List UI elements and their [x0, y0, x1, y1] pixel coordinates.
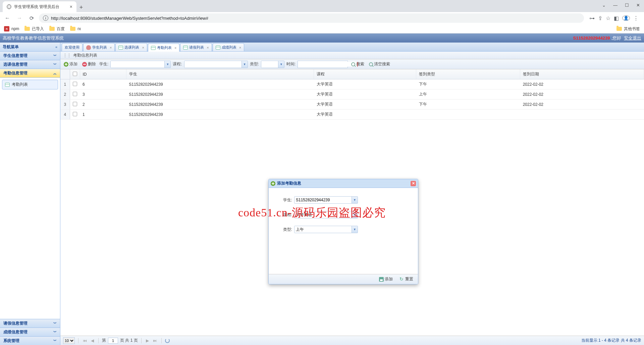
- url-text: http://localhost:8080/studentManagerWeb/…: [51, 16, 208, 21]
- page-input[interactable]: [108, 338, 118, 344]
- student-label: 学生:: [99, 61, 108, 67]
- type-filter[interactable]: ▼: [261, 61, 284, 68]
- sidebar-item-system[interactable]: 系统管理︾: [0, 336, 60, 345]
- clear-search-button[interactable]: 清空搜索: [368, 61, 391, 68]
- cell-date: 2022-02-02: [520, 99, 644, 110]
- key-icon[interactable]: ⊶: [589, 15, 595, 21]
- bookmark-imported[interactable]: 已导入: [24, 26, 44, 32]
- bookmark-rx[interactable]: rx: [70, 26, 81, 31]
- student-filter[interactable]: ▼: [110, 61, 171, 68]
- table-row[interactable]: 4 1 S11528202944239 大学英语: [60, 110, 644, 120]
- dialog-add-button[interactable]: 添加: [378, 276, 394, 283]
- sidebar-item-student[interactable]: 学生信息管理︾: [0, 52, 60, 60]
- table-row[interactable]: 3 2 S11528202944239 大学英语 下午 2022-02-02: [60, 99, 644, 110]
- chevron-down-icon[interactable]: ▼: [278, 61, 284, 68]
- course-filter[interactable]: ▼: [184, 61, 248, 68]
- row-checkbox[interactable]: [70, 79, 80, 89]
- forward-button[interactable]: →: [15, 13, 24, 23]
- prev-page-button[interactable]: ◀: [90, 338, 95, 343]
- collapse-icon[interactable]: «: [55, 45, 57, 49]
- cell-id: 6: [80, 79, 126, 89]
- profile-icon[interactable]: 👤: [622, 15, 630, 21]
- save-icon: [379, 277, 384, 282]
- row-checkbox[interactable]: [70, 89, 80, 99]
- share-icon[interactable]: ⇪: [598, 15, 602, 21]
- add-button[interactable]: 添加: [62, 61, 79, 68]
- minus-icon: [82, 62, 87, 67]
- close-icon[interactable]: ×: [142, 46, 144, 50]
- bookmark-other[interactable]: 其他书签: [616, 26, 640, 32]
- tab-welcome[interactable]: 欢迎使用: [62, 43, 83, 51]
- bookmark-npm[interactable]: nnpm: [4, 26, 19, 31]
- form-type-select[interactable]: ▼: [294, 226, 358, 233]
- table-icon: [5, 83, 10, 87]
- first-page-button[interactable]: ⏮: [82, 338, 88, 343]
- cell-id: 2: [80, 99, 126, 110]
- close-icon[interactable]: ×: [207, 46, 209, 50]
- dialog-close-button[interactable]: ✕: [411, 181, 416, 186]
- window-dropdown-icon[interactable]: ⌄: [602, 3, 606, 8]
- reload-button[interactable]: ⟳: [27, 13, 36, 23]
- extensions-icon[interactable]: ◧: [614, 15, 619, 21]
- sidebar-leaf-attendance-list[interactable]: 考勤列表: [2, 80, 58, 89]
- sidebar-item-course[interactable]: 选课信息管理︾: [0, 60, 60, 69]
- chevron-down-icon[interactable]: ▼: [241, 61, 248, 68]
- tab-course[interactable]: 选课列表×: [115, 43, 147, 51]
- address-bar[interactable]: i http://localhost:8080/studentManagerWe…: [39, 13, 584, 23]
- chevron-down-icon: ︾: [53, 54, 57, 58]
- row-number: 3: [60, 99, 70, 110]
- refresh-button[interactable]: [165, 338, 170, 343]
- tab-close-icon[interactable]: ×: [70, 4, 72, 9]
- logout-link[interactable]: 安全退出: [624, 35, 641, 41]
- tab-attendance[interactable]: 考勤列表×: [148, 44, 179, 52]
- close-icon[interactable]: ×: [110, 46, 112, 50]
- back-button[interactable]: ←: [3, 13, 12, 23]
- menu-icon[interactable]: ⋮: [633, 15, 639, 21]
- chevron-down-icon[interactable]: ▼: [352, 197, 358, 203]
- page-size-select[interactable]: 10: [63, 337, 75, 344]
- chevron-down-icon[interactable]: ▼: [352, 211, 358, 218]
- new-tab-button[interactable]: +: [76, 3, 86, 12]
- npm-icon: n: [4, 26, 9, 31]
- form-course-select[interactable]: ▼: [294, 211, 358, 218]
- folder-icon: [616, 27, 622, 31]
- calendar-icon[interactable]: [357, 62, 358, 67]
- sidebar-item-leave[interactable]: 请假信息管理︾: [0, 319, 60, 328]
- col-id[interactable]: ID: [80, 69, 126, 79]
- bookmark-baidu[interactable]: 百度: [49, 26, 65, 32]
- delete-button[interactable]: 删除: [81, 61, 97, 68]
- row-checkbox[interactable]: [70, 99, 80, 110]
- form-student-select[interactable]: ▼: [294, 196, 358, 204]
- sidebar-item-attendance[interactable]: 考勤信息管理︽: [0, 69, 60, 78]
- window-close-icon[interactable]: ✕: [636, 3, 640, 8]
- row-checkbox[interactable]: [70, 110, 80, 120]
- tab-grade[interactable]: 成绩列表×: [213, 43, 244, 51]
- last-page-button[interactable]: ⏭: [152, 338, 158, 343]
- next-page-button[interactable]: ▶: [145, 338, 150, 343]
- col-date[interactable]: 签到日期: [520, 69, 644, 79]
- table-icon: [216, 46, 220, 50]
- star-icon[interactable]: ☆: [606, 15, 610, 21]
- time-filter[interactable]: [298, 61, 348, 68]
- col-course[interactable]: 课程: [314, 69, 416, 79]
- col-checkbox[interactable]: [70, 69, 80, 79]
- table-row[interactable]: 2 3 S11528202944239 大学英语 上午 2022-02-02: [60, 89, 644, 99]
- tab-student[interactable]: 学生列表×: [83, 43, 115, 51]
- browser-tab[interactable]: 学生管理系统 管理员后台 ×: [3, 1, 76, 12]
- window-minimize-icon[interactable]: —: [613, 3, 618, 8]
- cell-student: S11528202944239: [126, 110, 314, 120]
- table-row[interactable]: 1 6 S11528202944239 大学英语 下午 2022-02-02: [60, 79, 644, 89]
- col-type[interactable]: 签到类型: [416, 69, 520, 79]
- chevron-down-icon[interactable]: ▼: [164, 61, 170, 68]
- cell-type: 下午: [416, 99, 520, 110]
- dialog-reset-button[interactable]: 重置: [398, 276, 415, 283]
- sidebar-item-grade[interactable]: 成绩信息管理︾: [0, 328, 60, 336]
- col-student[interactable]: 学生: [126, 69, 314, 79]
- tab-leave[interactable]: 请假列表×: [180, 43, 212, 51]
- data-grid: ID 学生 课程 签到类型 签到日期 1 6 S11528202944239 大…: [60, 69, 644, 336]
- chevron-down-icon[interactable]: ▼: [352, 226, 358, 233]
- close-icon[interactable]: ×: [239, 46, 241, 50]
- site-info-icon[interactable]: i: [43, 15, 48, 21]
- close-icon[interactable]: ×: [174, 46, 176, 50]
- window-maximize-icon[interactable]: ☐: [625, 3, 629, 8]
